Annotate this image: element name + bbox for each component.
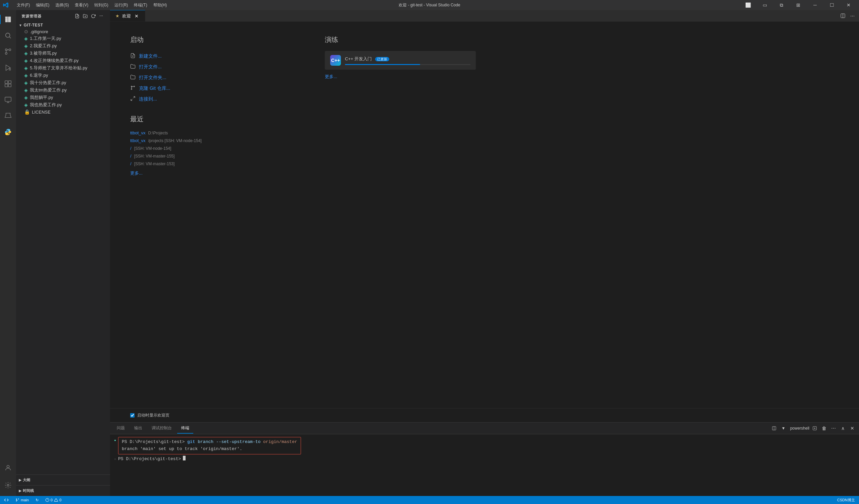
tab-close-button[interactable]: ✕ [134, 13, 140, 19]
restore-button[interactable]: ☐ [824, 0, 840, 10]
file-4[interactable]: ◈ 4.改正并继续热爱工作.py [16, 57, 110, 64]
menu-file[interactable]: 文件(F) [14, 2, 32, 9]
python-file-icon: ◈ [24, 65, 28, 71]
practice-title-text: C++ 开发入门 [345, 56, 372, 61]
timeline-header[interactable]: ▶ 时间线 [16, 487, 110, 494]
menu-edit[interactable]: 编辑(E) [33, 2, 52, 9]
layout-icon[interactable]: ⬜ [740, 0, 756, 10]
file-license[interactable]: 🔒 LICENSE [16, 109, 110, 115]
recent-item-5[interactable]: / [SSH: VM-master-153] [130, 160, 298, 168]
status-remote-button[interactable] [3, 496, 10, 504]
menu-goto[interactable]: 转到(G) [92, 2, 111, 9]
recent-item-2[interactable]: ttbot_vx /projects [SSH: VM-node-154] [130, 137, 298, 144]
tab-output[interactable]: 输出 [130, 423, 146, 434]
menu-help[interactable]: 帮助(H) [151, 2, 170, 9]
titlebar-title: 欢迎 - git-test - Visual Studio Code [398, 2, 460, 8]
recent-item-1[interactable]: ttbot_vx D:\Projects [130, 129, 298, 137]
activity-account[interactable] [0, 460, 16, 476]
practice-more-link[interactable]: 更多... [325, 74, 476, 80]
connect-link[interactable]: 连接到... [130, 94, 298, 105]
close-button[interactable]: ✕ [841, 0, 856, 10]
git-test-section: ▼ GIT-TEST ⊙ .gitignore ◈ 1.工作第一天.py ◈ 2… [16, 21, 110, 116]
python-file-icon: ◈ [24, 88, 28, 93]
new-file-button[interactable] [74, 13, 80, 19]
kill-terminal-button[interactable]: 🗑 [820, 424, 828, 432]
tab-debug-console[interactable]: 调试控制台 [148, 423, 176, 434]
status-sync[interactable]: ↻ [34, 496, 40, 504]
python-file-icon: ◈ [24, 80, 28, 85]
split-editor-button[interactable] [839, 12, 847, 20]
menu-select[interactable]: 选择(S) [53, 2, 72, 9]
activity-test[interactable] [0, 108, 16, 124]
activity-source-control[interactable] [0, 44, 16, 60]
new-file-link[interactable]: 新建文件... [130, 51, 298, 62]
new-terminal-button[interactable] [811, 424, 819, 432]
activity-python[interactable] [0, 124, 16, 140]
svg-line-33 [131, 99, 133, 100]
open-folder-icon [130, 74, 136, 81]
terminal-line-1: ● PS D:\Projects\git-test> git branch --… [114, 437, 855, 454]
file-5[interactable]: ◈ 5.导师抢了文章并不给补贴.py [16, 64, 110, 72]
status-right-text[interactable]: CSDN博主 [836, 496, 856, 504]
panel-icon[interactable]: ▭ [757, 0, 772, 10]
file-8[interactable]: ◈ 我太tm热爱工作.py [16, 86, 110, 94]
outline-header[interactable]: ▶ 大纲 [16, 476, 110, 484]
open-folder-link[interactable]: 打开文件夹... [130, 73, 298, 83]
terminal-body[interactable]: ● PS D:\Projects\git-test> git branch --… [110, 434, 859, 496]
recent-item-3[interactable]: / [SSH: VM-node-154] [130, 144, 298, 152]
activity-search[interactable] [0, 28, 16, 44]
svg-marker-6 [6, 65, 11, 71]
panel-expand-button[interactable]: ∧ [839, 424, 847, 432]
startup-checkbox[interactable] [130, 413, 135, 418]
recent-more-link[interactable]: 更多... [130, 170, 298, 176]
welcome-content: 启动 新建文件... [110, 22, 859, 408]
menu-terminal[interactable]: 终端(T) [131, 2, 150, 9]
practice-card-cpp[interactable]: C++ C++ 开发入门 已更新 [325, 51, 476, 70]
panel-chevron-icon[interactable]: ▼ [780, 424, 787, 432]
clone-git-link[interactable]: 克隆 Git 仓库... [130, 83, 298, 94]
menu-view[interactable]: 查看(V) [72, 2, 91, 9]
svg-rect-14 [5, 97, 11, 101]
terminal-line-2: ○ PS D:\Projects\git-test> [114, 456, 855, 463]
status-branch[interactable]: main [14, 496, 30, 504]
file-6[interactable]: ◈ 6.退学.py [16, 72, 110, 79]
status-errors[interactable]: 0 0 [44, 496, 63, 504]
branch-label: main [21, 498, 29, 502]
customize-icon[interactable]: ⊞ [790, 0, 806, 10]
recent-name-3: / [130, 146, 132, 151]
search-icon [4, 32, 12, 39]
panel-close-button[interactable]: ✕ [848, 424, 856, 432]
tab-welcome[interactable]: ★ 欢迎 ✕ [110, 10, 145, 21]
collapse-all-button[interactable]: ⋯ [98, 13, 105, 19]
file-7[interactable]: ◈ 我十分热爱工作.py [16, 79, 110, 86]
menu-run[interactable]: 运行(R) [112, 2, 131, 9]
new-folder-button[interactable] [82, 13, 89, 19]
split-terminal-button[interactable] [770, 424, 778, 432]
file-gitignore[interactable]: ⊙ .gitignore [16, 28, 110, 35]
activity-remote[interactable] [0, 92, 16, 108]
refresh-button[interactable] [90, 13, 97, 19]
activity-extensions[interactable] [0, 76, 16, 92]
minimize-button[interactable]: ─ [807, 0, 823, 10]
file-label: 我太tm热爱工作.py [30, 87, 67, 93]
startup-checkbox-label[interactable]: 启动时显示欢迎页 [137, 412, 169, 418]
file-3[interactable]: ◈ 3.被导师骂.py [16, 50, 110, 57]
recent-item-4[interactable]: / [SSH: VM-master-155] [130, 152, 298, 160]
terminal-more-button[interactable]: ⋯ [829, 424, 838, 432]
svg-rect-11 [9, 81, 11, 83]
svg-point-28 [131, 89, 132, 90]
tab-problems[interactable]: 问题 [113, 423, 129, 434]
split-icon[interactable]: ⧉ [774, 0, 789, 10]
file-10[interactable]: ◈ 我也热爱工作.py [16, 101, 110, 109]
activity-explorer[interactable] [0, 11, 16, 28]
more-actions-button[interactable]: ⋯ [848, 12, 856, 20]
activity-run[interactable] [0, 60, 16, 76]
tab-terminal[interactable]: 终端 [177, 423, 193, 434]
file-1[interactable]: ◈ 1.工作第一天.py [16, 35, 110, 42]
file-9[interactable]: ◈ 我想躺平.py [16, 94, 110, 101]
file-2[interactable]: ◈ 2.我爱工作.py [16, 42, 110, 50]
git-test-folder[interactable]: ▼ GIT-TEST [16, 22, 110, 28]
recent-path-3: [SSH: VM-node-154] [134, 146, 171, 151]
open-file-link[interactable]: 打开文件... [130, 62, 298, 73]
activity-settings[interactable] [0, 477, 16, 493]
